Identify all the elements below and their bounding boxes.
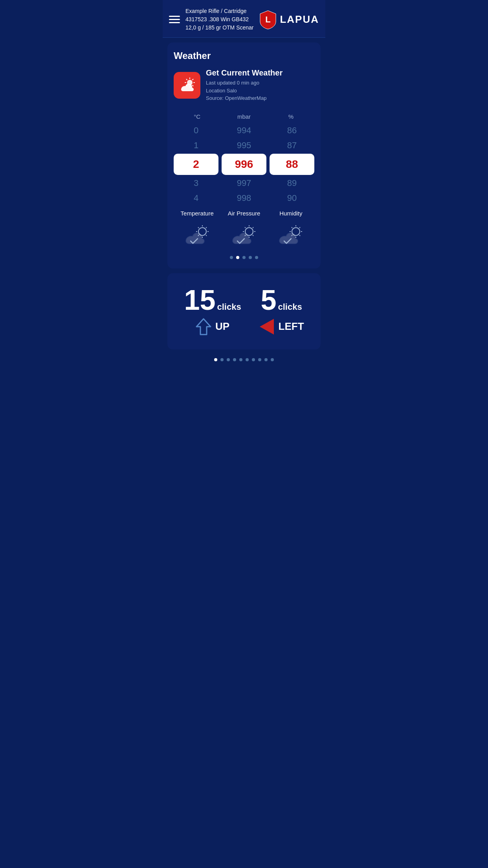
temperature-label: Temperature bbox=[174, 210, 220, 217]
picker-units-row: °C mbar % bbox=[174, 113, 314, 120]
bottom-dot-0[interactable] bbox=[214, 358, 217, 361]
up-direction-label: UP bbox=[215, 320, 229, 333]
source: Source: OpenWeatherMap bbox=[206, 94, 283, 102]
header-left: Example Rifle / Cartridge 4317523 .308 W… bbox=[169, 7, 254, 32]
picker-columns: 0 1 2 3 4 994 995 996 997 998 86 87 bbox=[174, 123, 314, 206]
humidity-label: Humidity bbox=[268, 210, 314, 217]
humidity-val-selected[interactable]: 88 bbox=[270, 154, 314, 175]
weather-icons-row bbox=[174, 224, 314, 248]
title-line2: 4317523 .308 Win GB432 bbox=[185, 15, 254, 24]
last-updated: Last updated 0 min ago bbox=[206, 79, 283, 87]
left-count-row: 5 clicks bbox=[261, 286, 302, 314]
pressure-unit: mbar bbox=[220, 113, 267, 120]
left-clicks-col: 5 clicks LEFT bbox=[259, 286, 304, 335]
left-direction-label: LEFT bbox=[279, 320, 304, 333]
bottom-dot-5[interactable] bbox=[246, 358, 249, 361]
temp-val-3[interactable]: 3 bbox=[174, 176, 218, 191]
weather-icon-temp bbox=[183, 224, 211, 248]
temp-val-0[interactable]: 0 bbox=[174, 123, 218, 138]
hamburger-menu[interactable] bbox=[169, 16, 180, 23]
bottom-dot-2[interactable] bbox=[227, 358, 230, 361]
pressure-picker[interactable]: 994 995 996 997 998 bbox=[222, 123, 266, 206]
lapua-logo: L LAPUA bbox=[259, 10, 319, 29]
svg-line-24 bbox=[245, 227, 246, 228]
svg-line-34 bbox=[299, 235, 300, 236]
bottom-dot-7[interactable] bbox=[258, 358, 261, 361]
pressure-val-4[interactable]: 998 bbox=[222, 191, 266, 206]
clicks-card: 15 clicks UP 5 clicks LEFT bbox=[167, 273, 321, 349]
up-arrow-icon bbox=[196, 318, 211, 335]
lapua-shield-icon: L bbox=[259, 10, 277, 29]
up-clicks-number: 15 bbox=[184, 286, 215, 314]
humidity-unit: % bbox=[268, 113, 314, 120]
get-weather-text: Get Current Weather Last updated 0 min a… bbox=[206, 68, 283, 102]
bottom-dot-9[interactable] bbox=[271, 358, 274, 361]
svg-line-25 bbox=[253, 235, 253, 236]
main-content: Weather bbox=[163, 38, 325, 372]
get-current-weather-heading: Get Current Weather bbox=[206, 68, 283, 77]
dot-0[interactable] bbox=[230, 256, 233, 259]
page-dots bbox=[174, 256, 314, 259]
location: Location Salo bbox=[206, 87, 283, 95]
bottom-dot-4[interactable] bbox=[239, 358, 242, 361]
temp-val-4[interactable]: 4 bbox=[174, 191, 218, 206]
humidity-val-4[interactable]: 90 bbox=[270, 191, 314, 206]
pressure-val-0[interactable]: 994 bbox=[222, 123, 266, 138]
svg-marker-38 bbox=[260, 319, 274, 335]
header-text: Example Rifle / Cartridge 4317523 .308 W… bbox=[185, 7, 254, 32]
cloud-check-icon-temp bbox=[183, 224, 211, 248]
svg-line-8 bbox=[193, 79, 193, 80]
dot-3[interactable] bbox=[249, 256, 252, 259]
picker-labels: Temperature Air Pressure Humidity bbox=[174, 210, 314, 217]
pressure-val-1[interactable]: 995 bbox=[222, 138, 266, 153]
svg-line-15 bbox=[198, 227, 199, 228]
temp-val-selected[interactable]: 2 bbox=[174, 154, 218, 175]
humidity-val-3[interactable]: 89 bbox=[270, 176, 314, 191]
dot-2[interactable] bbox=[242, 256, 246, 259]
bottom-dot-3[interactable] bbox=[233, 358, 236, 361]
weather-title: Weather bbox=[174, 50, 314, 61]
temperature-picker[interactable]: 0 1 2 3 4 bbox=[174, 123, 218, 206]
up-count-row: 15 clicks bbox=[184, 286, 241, 314]
humidity-val-0[interactable]: 86 bbox=[270, 123, 314, 138]
svg-line-16 bbox=[206, 235, 207, 236]
bottom-dot-8[interactable] bbox=[264, 358, 268, 361]
title-line1: Example Rifle / Cartridge bbox=[185, 7, 254, 15]
cloud-check-icon-humidity bbox=[277, 224, 305, 248]
svg-line-33 bbox=[292, 227, 292, 228]
weather-card: Weather bbox=[167, 42, 321, 268]
svg-line-26 bbox=[253, 227, 253, 228]
title-line3: 12,0 g / 185 gr OTM Scenar bbox=[185, 24, 254, 32]
up-direction-row: UP bbox=[196, 318, 229, 335]
dot-1[interactable] bbox=[236, 256, 239, 259]
svg-text:L: L bbox=[266, 15, 271, 24]
brand-name: LAPUA bbox=[280, 13, 319, 26]
pressure-label: Air Pressure bbox=[220, 210, 267, 217]
left-clicks-label: clicks bbox=[278, 302, 302, 312]
weather-app-icon[interactable] bbox=[174, 72, 200, 99]
dot-4[interactable] bbox=[255, 256, 258, 259]
picker-section: °C mbar % 0 1 2 3 4 994 995 996 bbox=[174, 113, 314, 217]
temp-val-1[interactable]: 1 bbox=[174, 138, 218, 153]
left-arrow-icon bbox=[259, 318, 275, 335]
cloud-check-icon-pressure bbox=[230, 224, 258, 248]
get-weather-row: Get Current Weather Last updated 0 min a… bbox=[174, 68, 314, 102]
bottom-dot-1[interactable] bbox=[220, 358, 224, 361]
temp-unit: °C bbox=[174, 113, 220, 120]
weather-cloud-sun-icon bbox=[178, 76, 196, 94]
svg-marker-37 bbox=[196, 319, 211, 335]
weather-icon-humidity bbox=[277, 224, 305, 248]
svg-line-17 bbox=[206, 227, 207, 228]
humidity-val-1[interactable]: 87 bbox=[270, 138, 314, 153]
weather-icon-pressure bbox=[230, 224, 258, 248]
up-clicks-col: 15 clicks UP bbox=[184, 286, 241, 335]
bottom-dot-6[interactable] bbox=[252, 358, 255, 361]
up-clicks-label: clicks bbox=[217, 302, 241, 312]
header: Example Rifle / Cartridge 4317523 .308 W… bbox=[163, 0, 325, 38]
svg-line-7 bbox=[193, 85, 193, 86]
pressure-val-3[interactable]: 997 bbox=[222, 176, 266, 191]
svg-line-35 bbox=[299, 227, 300, 228]
humidity-picker[interactable]: 86 87 88 89 90 bbox=[270, 123, 314, 206]
left-direction-row: LEFT bbox=[259, 318, 304, 335]
pressure-val-selected[interactable]: 996 bbox=[222, 154, 266, 175]
